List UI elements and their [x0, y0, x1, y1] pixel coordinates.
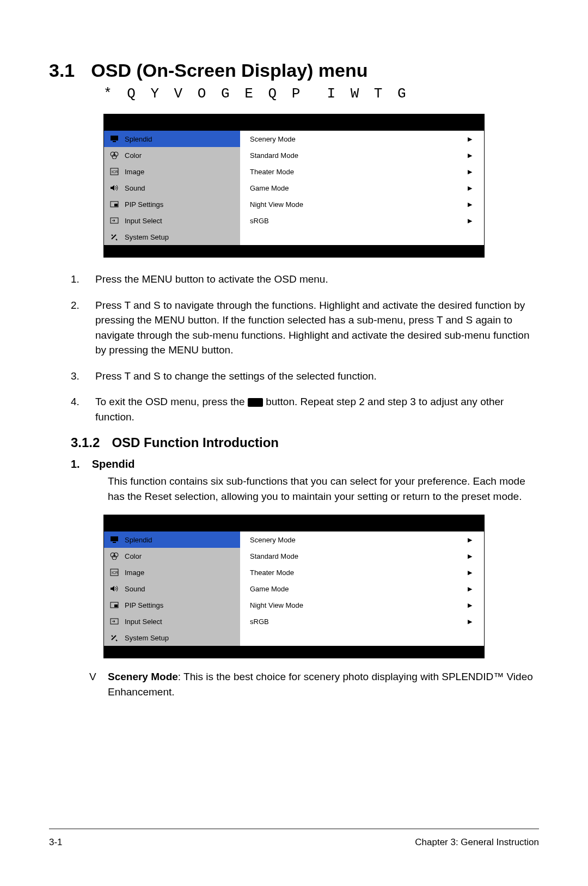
- osd-menu-label: Image: [125, 168, 144, 176]
- sound-icon: [109, 184, 119, 192]
- osd-menu-label: Sound: [125, 585, 145, 593]
- input-icon: [109, 618, 119, 625]
- osd-submenu-item: Night View Mode▶: [240, 196, 484, 212]
- pip-icon: [109, 200, 119, 208]
- heading-text: OSD (On-Screen Display) menu: [91, 60, 367, 81]
- sound-icon: [109, 585, 119, 592]
- osd-submenu-item: Scenery Mode▶: [240, 531, 484, 548]
- chevron-right-icon: ▶: [468, 618, 472, 625]
- subsection-title: OSD Function Introduction: [112, 435, 279, 450]
- osd-menu-label: System Setup: [125, 233, 169, 241]
- osd-menu-item: Color: [104, 147, 240, 163]
- chevron-right-icon: ▶: [468, 185, 472, 192]
- osd-screenshot: SplendidColorICRImageSoundPIP SettingsIn…: [103, 515, 485, 658]
- osd-submenu-item: sRGB▶: [240, 613, 484, 630]
- osd-menu-label: Splendid: [125, 135, 152, 143]
- osd-menu-item: System Setup: [104, 630, 240, 646]
- item-number: 4.: [71, 394, 95, 424]
- osd-menu-label: Input Select: [125, 618, 162, 626]
- image-icon: ICR: [109, 569, 119, 576]
- chevron-right-icon: ▶: [468, 602, 472, 609]
- color-icon: [109, 552, 119, 560]
- osd-submenu-item: Standard Mode▶: [240, 548, 484, 564]
- subsection-number: 3.1.2: [71, 435, 100, 450]
- monitor-icon: [109, 135, 119, 143]
- osd-menu-label: PIP Settings: [125, 601, 163, 609]
- osd-submenu-label: Night View Mode: [250, 601, 303, 609]
- osd-submenu-item: Night View Mode▶: [240, 597, 484, 613]
- osd-submenu-label: Night View Mode: [250, 200, 303, 209]
- osd-menu-item: Sound: [104, 581, 240, 597]
- osd-submenu-label: Standard Mode: [250, 151, 298, 160]
- osd-right-panel: Scenery Mode▶Standard Mode▶Theater Mode▶…: [240, 131, 484, 245]
- svg-rect-11: [111, 536, 118, 541]
- svg-rect-9: [114, 204, 118, 206]
- svg-marker-18: [111, 586, 114, 591]
- list-item: 4. To exit the OSD menu, press the butto…: [71, 394, 539, 424]
- manual-page: 3.1 OSD (On-Screen Display) menu * Q Y V…: [0, 0, 588, 886]
- osd-menu-label: Splendid: [125, 536, 152, 544]
- svg-marker-7: [111, 185, 114, 191]
- osd-menu-item: Input Select: [104, 613, 240, 630]
- chevron-right-icon: ▶: [468, 536, 472, 543]
- bullet-text: Scenery Mode: This is the best choice fo…: [108, 669, 539, 699]
- osd-submenu-label: Game Mode: [250, 184, 289, 192]
- pip-icon: [109, 601, 119, 609]
- svg-text:ICR: ICR: [112, 571, 118, 575]
- osd-submenu-label: sRGB: [250, 618, 269, 626]
- osd-submenu-label: Game Mode: [250, 585, 289, 593]
- chevron-right-icon: ▶: [468, 168, 472, 175]
- page-number: 3-1: [49, 837, 63, 848]
- list-item: 3. Press T and S to change the settings …: [71, 369, 539, 384]
- page-footer: 3-1 Chapter 3: General Instruction: [49, 828, 539, 848]
- osd-submenu-item: Theater Mode▶: [240, 564, 484, 581]
- osd-submenu-item: sRGB▶: [240, 212, 484, 229]
- osd-menu-item: ICRImage: [104, 163, 240, 180]
- item-number: 2.: [71, 298, 95, 358]
- svg-rect-1: [113, 141, 116, 142]
- chevron-right-icon: ▶: [468, 201, 472, 208]
- osd-menu-item: ICRImage: [104, 564, 240, 581]
- svg-rect-20: [114, 604, 118, 607]
- osd-submenu-item: Theater Mode▶: [240, 163, 484, 180]
- osd-right-panel: Scenery Mode▶Standard Mode▶Theater Mode▶…: [240, 531, 484, 646]
- osd-menu-item: Splendid: [104, 131, 240, 147]
- osd-left-panel: SplendidColorICRImageSoundPIP SettingsIn…: [104, 131, 240, 245]
- osd-menu-item: Splendid: [104, 531, 240, 548]
- setup-icon: [109, 233, 119, 241]
- function-number: 1.: [71, 458, 80, 471]
- osd-menu-item: Sound: [104, 180, 240, 196]
- osd-submenu-item: Standard Mode▶: [240, 147, 484, 163]
- item-text: To exit the OSD menu, press the button. …: [95, 394, 539, 424]
- function-title: Spendid: [92, 458, 135, 471]
- osd-footer-bar: [104, 646, 484, 658]
- image-icon: ICR: [109, 168, 119, 175]
- osd-menu-label: Image: [125, 569, 144, 577]
- osd-menu-item: PIP Settings: [104, 597, 240, 613]
- osd-submenu-label: sRGB: [250, 217, 269, 225]
- chevron-right-icon: ▶: [468, 217, 472, 224]
- heading-number: 3.1: [49, 60, 75, 81]
- item-text: Press the MENU button to activate the OS…: [95, 272, 539, 287]
- osd-left-panel: SplendidColorICRImageSoundPIP SettingsIn…: [104, 531, 240, 646]
- svg-text:ICR: ICR: [112, 170, 118, 174]
- osd-menu-label: Input Select: [125, 217, 162, 225]
- button-icon: [248, 398, 263, 407]
- osd-menu-item: Color: [104, 548, 240, 564]
- osd-title-bar: [104, 114, 484, 131]
- osd-menu-label: Color: [125, 552, 142, 560]
- monitor-icon: [109, 536, 119, 543]
- osd-footer-bar: [104, 245, 484, 257]
- osd-menu-item: PIP Settings: [104, 196, 240, 212]
- osd-menu-item: System Setup: [104, 229, 240, 245]
- osd-submenu-label: Theater Mode: [250, 569, 294, 577]
- item-text: Press T and S to change the settings of …: [95, 369, 539, 384]
- osd-screenshot: SplendidColorICRImageSoundPIP SettingsIn…: [103, 114, 485, 258]
- osd-menu-label: System Setup: [125, 634, 169, 642]
- bullet-mark: V: [89, 669, 108, 699]
- osd-submenu-label: Scenery Mode: [250, 536, 296, 544]
- osd-body: SplendidColorICRImageSoundPIP SettingsIn…: [104, 131, 484, 245]
- setup-icon: [109, 634, 119, 641]
- osd-submenu-item: Scenery Mode▶: [240, 131, 484, 147]
- subheading: * Q Y V O G E Q P I W T G: [103, 85, 539, 102]
